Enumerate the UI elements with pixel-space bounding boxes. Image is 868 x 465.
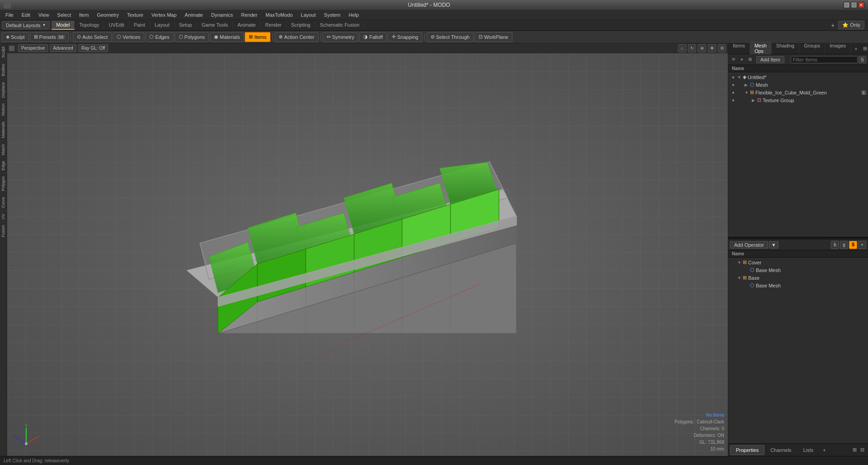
filter-s-button[interactable]: S	[859, 56, 866, 63]
falloff-button[interactable]: ◑ Falloff	[359, 32, 387, 42]
viewport-toggle[interactable]	[9, 46, 14, 51]
menu-item-select[interactable]: Select	[53, 11, 75, 19]
settings-icon[interactable]: ⚙	[746, 57, 754, 62]
menu-item-texture[interactable]: Texture	[123, 11, 147, 19]
presets-button[interactable]: ⊞ Presets 16	[30, 32, 69, 42]
layout-tab-render[interactable]: Render	[261, 21, 286, 29]
menu-item-view[interactable]: View	[35, 11, 53, 19]
advanced-button[interactable]: Advanced	[50, 44, 76, 52]
tree-toggle-icon[interactable]: ▶	[752, 98, 756, 103]
menu-item-animate[interactable]: Animate	[181, 11, 206, 19]
vis-eye-icon[interactable]: ●	[730, 90, 736, 95]
add-item-plus-icon[interactable]: +	[738, 56, 745, 63]
right-panel-expand-button[interactable]: ⊞	[861, 44, 868, 53]
b-icon-btn[interactable]: b	[831, 241, 839, 249]
vis-eye-icon[interactable]: ●	[730, 98, 736, 103]
home-icon-btn[interactable]: ⌂	[678, 44, 686, 52]
materials-button[interactable]: ◉ Materials	[210, 32, 244, 42]
bottom-tab-channels[interactable]: Channels	[764, 445, 797, 455]
add-bottom-tab-button[interactable]: +	[819, 446, 829, 455]
layout-tab-layout[interactable]: Layout	[150, 21, 175, 29]
maximize-button[interactable]: □	[851, 2, 857, 8]
menu-item-dynamics[interactable]: Dynamics	[208, 11, 237, 19]
layout-tab-model[interactable]: Model	[52, 21, 75, 30]
left-sidebar-item-match[interactable]: Match	[0, 141, 7, 158]
tree-toggle-icon[interactable]: ▶	[745, 83, 749, 87]
tree-toggle-icon[interactable]: ▼	[745, 90, 749, 95]
minimize-button[interactable]: −	[844, 2, 850, 8]
menu-item-maxtomodo[interactable]: MaxToModo	[262, 11, 296, 19]
menu-item-help[interactable]: Help	[345, 11, 363, 19]
op-toggle-icon[interactable]: ▼	[737, 276, 742, 280]
layout-tab-game-tools[interactable]: Game Tools	[197, 21, 233, 29]
viewport[interactable]: Perspective Advanced Ray GL: Off ⌂ ↻ ⊕ ✥…	[7, 43, 728, 456]
vertices-button[interactable]: ⬡ Vertices	[113, 32, 144, 42]
items-button[interactable]: ⊞ Items	[245, 32, 270, 42]
operator-tree-row[interactable]: ▼ ⊞ Base	[728, 274, 868, 282]
menu-item-system[interactable]: System	[320, 11, 344, 19]
vis-eye-icon[interactable]: ●	[730, 82, 736, 87]
settings-icon-btn[interactable]: ⚙	[718, 44, 726, 52]
layout-tab-uvedit[interactable]: UVEdit	[104, 21, 129, 29]
vis-eye-icon[interactable]: ●	[730, 75, 736, 80]
operator-expand-btn[interactable]: +	[858, 241, 866, 249]
select-through-button[interactable]: ⊘ Select Through	[427, 32, 474, 42]
menu-item-geometry[interactable]: Geometry	[93, 11, 122, 19]
menu-item-edit[interactable]: Edit	[18, 11, 34, 19]
workplane-button[interactable]: ⊡ WorkPlane	[474, 32, 512, 42]
left-sidebar-item-materials[interactable]: Materials	[0, 118, 7, 141]
symmetry-button[interactable]: ⇔ Symmetry	[323, 32, 359, 42]
tree-row[interactable]: ● ▶ ⬡ Mesh	[728, 81, 868, 89]
panel-expand-btn-1[interactable]: ⊞	[851, 445, 859, 455]
left-sidebar-item-uv[interactable]: UV	[0, 211, 7, 222]
g-icon-btn[interactable]: g	[840, 241, 848, 249]
zoom-icon-btn[interactable]: ⊕	[698, 44, 706, 52]
left-sidebar-item-motion[interactable]: Motion	[0, 100, 7, 118]
layout-tab-animate[interactable]: Animate	[233, 21, 261, 29]
polygons-button[interactable]: ⬡ Polygons	[175, 32, 209, 42]
layout-tab-setup[interactable]: Setup	[175, 21, 197, 29]
tree-row[interactable]: ● ▼ ◈ Untitled*	[728, 73, 868, 81]
add-item-button[interactable]: Add Item	[756, 56, 784, 63]
viewport-canvas[interactable]: No Items Polygons : Catmull-Clark Channe…	[7, 53, 728, 456]
op-toggle-icon[interactable]: ▼	[737, 260, 742, 265]
left-sidebar-item-edge[interactable]: Edge	[0, 158, 7, 173]
left-sidebar-item-curve[interactable]: Curve	[0, 194, 7, 211]
menu-item-layout[interactable]: Layout	[297, 11, 319, 19]
layout-tab-paint[interactable]: Paint	[129, 21, 150, 29]
tree-row[interactable]: ● ▼ ⊞ Flexible_Ice_Cube_Mold_Green 1	[728, 89, 868, 96]
operator-tree-row[interactable]: ⬡ Base Mesh	[728, 266, 868, 274]
s-icon-btn[interactable]: S	[849, 241, 857, 249]
left-sidebar-item-sculpt[interactable]: Sculpt	[0, 43, 7, 61]
close-button[interactable]: ✕	[858, 2, 864, 8]
bottom-tab-properties[interactable]: Properties	[730, 445, 764, 455]
filter-items-input[interactable]	[791, 56, 858, 63]
operator-tree-row[interactable]: ⬡ Base Mesh	[728, 282, 868, 289]
snapping-button[interactable]: ✛ Snapping	[388, 32, 422, 42]
layout-tab-scripting[interactable]: Scripting	[286, 21, 315, 29]
layout-tab-topology[interactable]: Topology	[75, 21, 104, 29]
tree-row[interactable]: ● ▶ ⊡ Texture Group	[728, 96, 868, 104]
action-center-button[interactable]: ⊕ Action Center	[275, 32, 318, 42]
only-button[interactable]: ⭐ Only	[838, 21, 864, 29]
perspective-button[interactable]: Perspective	[18, 44, 48, 52]
menu-item-file[interactable]: File	[2, 11, 17, 19]
add-operator-button[interactable]: Add Operator	[730, 241, 768, 249]
menu-item-render[interactable]: Render	[237, 11, 261, 19]
operator-dropdown-arrow[interactable]: ▼	[769, 241, 778, 249]
sculpt-button[interactable]: ◈ Sculpt	[2, 32, 29, 42]
panel-expand-btn-2[interactable]: ⊟	[859, 445, 866, 455]
auto-select-button[interactable]: ⊙ Auto Select	[73, 32, 112, 42]
bottom-tab-lists[interactable]: Lists	[797, 445, 820, 455]
operator-tree-row[interactable]: ▼ ⊞ Cover	[728, 258, 868, 266]
add-layout-tab-button[interactable]: +	[827, 20, 838, 30]
left-sidebar-item-bodies[interactable]: Bodies	[0, 61, 7, 79]
layout-tab-schematic-fusion[interactable]: Schematic Fusion	[315, 21, 364, 29]
ray-gl-button[interactable]: Ray GL: Off	[78, 44, 109, 52]
menu-item-item[interactable]: Item	[76, 11, 92, 19]
menu-item-vertex map[interactable]: Vertex Map	[148, 11, 180, 19]
left-sidebar-item-fusion[interactable]: Fusion	[0, 222, 7, 240]
tree-toggle-icon[interactable]: ▼	[737, 75, 742, 80]
edges-button[interactable]: ⬡ Edges	[145, 32, 173, 42]
layout-dropdown[interactable]: Default Layouts ▼	[2, 21, 50, 29]
